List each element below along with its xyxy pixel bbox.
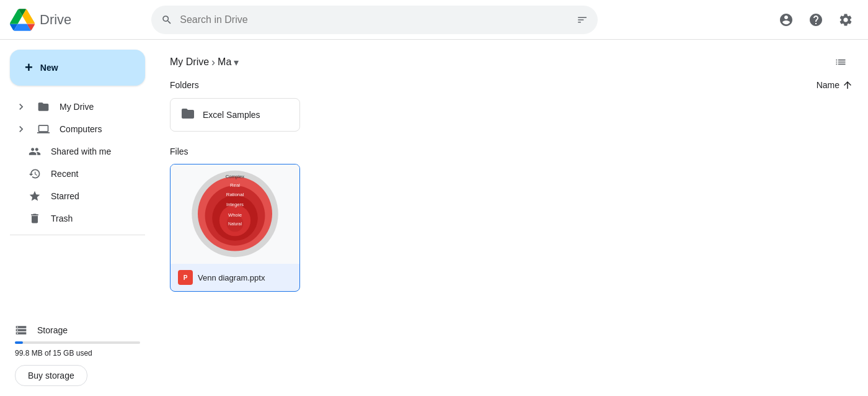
- file-type-badge: P: [178, 270, 193, 285]
- files-section-header: Files: [170, 146, 853, 156]
- sidebar-item-recent[interactable]: Recent: [0, 163, 148, 185]
- sidebar: + New My Drive Computers Shared with me …: [0, 40, 155, 396]
- sidebar-item-computers[interactable]: Computers: [0, 118, 148, 140]
- sidebar-item-trash[interactable]: Trash: [0, 207, 148, 230]
- view-toggle: [828, 50, 853, 74]
- file-item[interactable]: Complex Real Rational Integers Whole Nat…: [170, 164, 300, 292]
- starred-icon: [29, 190, 41, 202]
- content-header: My Drive › Ma ▾: [155, 40, 868, 79]
- content-scroll: Folders Name Excel Samples: [155, 79, 868, 396]
- files-grid: Complex Real Rational Integers Whole Nat…: [170, 164, 853, 292]
- recent-icon: [29, 168, 41, 180]
- google-drive-logo: [10, 7, 35, 32]
- list-view-icon: [835, 56, 847, 68]
- search-bar[interactable]: [151, 6, 598, 34]
- svg-text:Real: Real: [230, 182, 240, 188]
- list-view-button[interactable]: [828, 50, 853, 74]
- sidebar-item-my-drive-label: My Drive: [60, 102, 94, 112]
- shared-icon: [29, 145, 41, 158]
- chevron-right-icon: [15, 101, 27, 113]
- search-input[interactable]: [180, 14, 569, 25]
- sidebar-item-starred-label: Starred: [51, 191, 79, 201]
- header: Drive: [0, 0, 868, 40]
- sort-arrow-icon: [842, 79, 853, 91]
- content-area: My Drive › Ma ▾ Folders: [155, 40, 868, 396]
- sort-label: Name: [817, 80, 839, 90]
- settings-icon: [838, 12, 853, 27]
- svg-text:Integers: Integers: [226, 202, 244, 207]
- folder-name: Excel Samples: [203, 110, 260, 120]
- settings-button[interactable]: [833, 7, 858, 32]
- breadcrumb-current: Ma ▾: [218, 56, 239, 68]
- sidebar-item-trash-label: Trash: [51, 214, 73, 223]
- account-circle-icon: [779, 12, 794, 27]
- svg-text:Rational: Rational: [226, 192, 244, 197]
- chevron-right-icon-computers: [15, 123, 27, 135]
- storage-text: 99.8 MB of 15 GB used: [15, 349, 140, 358]
- my-drive-icon: [37, 101, 50, 113]
- file-info: P Venn diagram.pptx: [170, 264, 299, 291]
- file-preview: Complex Real Rational Integers Whole Nat…: [170, 164, 299, 264]
- storage-section: Storage 99.8 MB of 15 GB used Buy storag…: [0, 314, 155, 391]
- logo-area: Drive: [10, 7, 146, 32]
- buy-storage-button[interactable]: Buy storage: [15, 365, 87, 386]
- breadcrumb-current-text: Ma: [218, 56, 231, 68]
- sidebar-item-storage: Storage: [15, 319, 140, 341]
- breadcrumb-separator: ›: [211, 56, 215, 69]
- plus-icon: +: [25, 60, 33, 76]
- folders-title: Folders: [170, 80, 199, 90]
- storage-icon: [15, 324, 27, 336]
- sort-button[interactable]: Name: [817, 79, 853, 91]
- folder-item[interactable]: Excel Samples: [170, 98, 300, 132]
- logo-text: Drive: [40, 12, 71, 28]
- folders-grid: Excel Samples: [170, 98, 853, 132]
- search-icon: [161, 14, 172, 26]
- computers-icon: [37, 123, 50, 135]
- storage-label: Storage: [37, 325, 68, 335]
- trash-icon: [29, 212, 41, 225]
- sidebar-divider: [10, 235, 145, 235]
- sidebar-item-computers-label: Computers: [60, 124, 102, 134]
- help-icon: [808, 12, 823, 27]
- file-name: Venn diagram.pptx: [198, 273, 265, 282]
- account-circle-button[interactable]: [774, 7, 799, 32]
- venn-diagram-preview: Complex Real Rational Integers Whole Nat…: [185, 168, 285, 261]
- svg-text:Natural: Natural: [228, 222, 242, 226]
- sidebar-item-shared-with-me[interactable]: Shared with me: [0, 140, 148, 163]
- header-actions: [774, 7, 858, 32]
- new-button-label: New: [40, 63, 58, 73]
- sidebar-item-shared-with-me-label: Shared with me: [51, 146, 111, 156]
- help-button[interactable]: [804, 7, 828, 32]
- breadcrumb-root[interactable]: My Drive: [170, 56, 209, 68]
- sidebar-item-starred[interactable]: Starred: [0, 185, 148, 207]
- breadcrumb-dropdown-icon[interactable]: ▾: [234, 56, 239, 68]
- svg-text:Whole: Whole: [228, 212, 242, 218]
- folder-icon: [180, 106, 195, 124]
- main-layout: + New My Drive Computers Shared with me …: [0, 40, 868, 396]
- storage-bar-bg: [15, 341, 140, 344]
- folders-section-header: Folders Name: [170, 79, 853, 91]
- files-title: Files: [170, 146, 188, 156]
- storage-bar-fill: [15, 341, 23, 344]
- sidebar-item-my-drive[interactable]: My Drive: [0, 96, 148, 118]
- new-button[interactable]: + New: [10, 50, 145, 86]
- search-options-icon[interactable]: [577, 14, 588, 26]
- sidebar-item-recent-label: Recent: [51, 169, 78, 179]
- breadcrumb: My Drive › Ma ▾: [170, 56, 239, 69]
- svg-text:Complex: Complex: [226, 174, 245, 179]
